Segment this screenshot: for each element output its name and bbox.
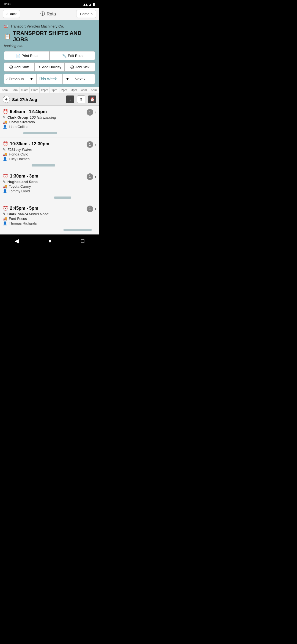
top-nav: ‹ Back ⓘ Rota Home ⌂ — [0, 8, 99, 20]
page-icon: 📋 — [4, 33, 11, 40]
day-header: + Sat 27th Aug ↓ ⇕ ⏰ — [0, 93, 99, 106]
shift-card[interactable]: ⏰2:45pm - 5pm✎Clark 96674 Morris Road🚚Fo… — [0, 202, 99, 234]
shift-badge: 1 — [87, 141, 93, 148]
next-label: Next — [75, 77, 82, 81]
timeline-hour: 9am — [10, 87, 20, 93]
shift-worker: 👤Thomas Richards — [3, 221, 87, 225]
shift-card[interactable]: ⏰9:45am - 12:45pm✎Clark Group 100 Isla L… — [0, 106, 99, 138]
shift-worker: 👤Liam Collins — [3, 125, 87, 129]
home-nav-button[interactable]: ● — [48, 238, 51, 244]
header-section: 🏭 Transport Vehicles Machinery Co. 📋 TRA… — [0, 20, 99, 87]
edit-rota-button[interactable]: 🔧 Edit Rota — [50, 51, 95, 60]
clock-icon: ⏰ — [3, 173, 8, 179]
add-shift-label: Add Shift — [14, 65, 29, 69]
next-week-button[interactable]: Next › — [72, 74, 95, 84]
person-icon: 👤 — [3, 189, 7, 193]
timeline-header: 8am9am10am11am12pm1pm2pm3pm4pm5pm — [0, 87, 99, 93]
this-week-dropdown-button[interactable]: ▼ — [63, 74, 72, 84]
home-label: Home — [80, 12, 89, 16]
shifts-container: ⏰9:45am - 12:45pm✎Clark Group 100 Isla L… — [0, 106, 99, 234]
clock-button[interactable]: ⏰ — [88, 95, 96, 103]
pencil-icon: ✎ — [3, 180, 6, 184]
clock-icon: ⏰ — [90, 97, 95, 102]
pencil-icon: ✎ — [3, 115, 6, 119]
shift-card[interactable]: ⏰10:30am - 12:30pm✎7931 Ivy Plains🚚Honda… — [0, 138, 99, 170]
add-actions-row: ⨁ Add Shift ✈ Add Holiday ⨁ Add Sick — [4, 62, 95, 72]
add-holiday-button[interactable]: ✈ Add Holiday — [34, 62, 65, 72]
timeline-hour: 4pm — [79, 87, 89, 93]
print-label: Print Rota — [22, 54, 38, 58]
truck-icon: 🚚 — [3, 184, 7, 189]
bottom-nav: ◀ ● □ — [0, 234, 99, 247]
shift-time-text: 9:45am - 12:45pm — [10, 109, 47, 114]
add-shift-button[interactable]: ⨁ Add Shift — [4, 62, 34, 72]
clock-icon: ⏰ — [3, 206, 8, 211]
timeline-hour: 3pm — [69, 87, 79, 93]
timeline-hour: 12pm — [40, 87, 50, 93]
back-nav-button[interactable]: ◀ — [15, 238, 19, 244]
shift-card[interactable]: ⏰1:30pm - 3pm✎Hughes and Sons 🚚Toyota Ca… — [0, 170, 99, 202]
shift-chevron-icon[interactable]: › — [95, 206, 96, 211]
add-day-shift-button[interactable]: + — [3, 96, 10, 103]
shift-chevron-icon[interactable]: › — [95, 174, 96, 179]
shift-client: ✎Clark Group 100 Isla Landing — [3, 115, 87, 119]
shift-left: ⏰2:45pm - 5pm✎Clark 96674 Morris Road🚚Fo… — [3, 206, 87, 226]
back-button[interactable]: ‹ Back — [3, 10, 20, 18]
shift-timeline-bar — [32, 164, 55, 167]
shift-card-inner: ⏰10:30am - 12:30pm✎7931 Ivy Plains🚚Honda… — [3, 141, 96, 162]
previous-week-button[interactable]: ‹ Previous — [4, 74, 27, 84]
info-icon: ⓘ — [40, 11, 45, 17]
shift-client: ✎Hughes and Sons — [3, 180, 87, 184]
timeline-hour: 10am — [20, 87, 30, 93]
shift-right: 1› — [87, 141, 96, 148]
timeline-hour: 2pm — [59, 87, 69, 93]
shift-chevron-icon[interactable]: › — [95, 110, 96, 115]
shift-timeline-bar — [23, 132, 57, 134]
shift-left: ⏰9:45am - 12:45pm✎Clark Group 100 Isla L… — [3, 109, 87, 129]
truck-icon: 🚚 — [3, 217, 7, 221]
shift-time-text: 10:30am - 12:30pm — [10, 141, 49, 146]
back-label: Back — [9, 12, 16, 16]
sort-down-button[interactable]: ↓ — [66, 95, 74, 103]
home-icon: ⌂ — [90, 12, 93, 16]
person-icon: 👤 — [3, 221, 7, 225]
shift-card-inner: ⏰9:45am - 12:45pm✎Clark Group 100 Isla L… — [3, 109, 96, 129]
rota-title: Rota — [46, 12, 56, 17]
prev-label: Previous — [9, 77, 24, 81]
this-week-label: This Week — [39, 77, 57, 81]
shift-client: ✎7931 Ivy Plains — [3, 148, 87, 152]
next-chevron-icon: › — [84, 77, 85, 81]
shift-vehicle: 🚚Ford Focus — [3, 217, 87, 221]
edit-label: Edit Rota — [68, 54, 82, 58]
shift-worker: 👤Lucy Holmes — [3, 157, 87, 161]
timeline-hour: 5pm — [89, 87, 99, 93]
page-subtitle: booking etc. — [4, 44, 95, 48]
timeline-hour: 8am — [0, 87, 10, 93]
shift-timeline-bar-container — [3, 132, 96, 134]
add-sick-label: Add Sick — [75, 65, 89, 69]
add-shift-icon: ⨁ — [9, 65, 13, 69]
this-week-dropdown-icon: ▼ — [65, 77, 69, 81]
nav-title: ⓘ Rota — [40, 11, 56, 17]
add-sick-button[interactable]: ⨁ Add Sick — [65, 62, 95, 72]
recents-nav-button[interactable]: □ — [81, 238, 84, 244]
prev-dropdown-button[interactable]: ▼ — [27, 74, 37, 84]
status-time: 0:33 — [4, 2, 10, 6]
shift-badge: 1 — [87, 173, 93, 180]
shift-timeline-bar-container — [3, 197, 96, 199]
pencil-icon: ✎ — [3, 212, 6, 216]
add-holiday-label: Add Holiday — [42, 65, 61, 69]
sort-alt-button[interactable]: ⇕ — [77, 95, 85, 103]
clock-icon: ⏰ — [3, 109, 8, 114]
signal-icon: ▴ — [89, 2, 91, 7]
print-rota-button[interactable]: 📄 Print Rota — [4, 51, 50, 60]
shift-right: 1› — [87, 109, 96, 116]
home-button[interactable]: Home ⌂ — [76, 10, 96, 18]
shift-time: ⏰9:45am - 12:45pm — [3, 109, 87, 114]
shift-time: ⏰2:45pm - 5pm — [3, 206, 87, 211]
this-week-button[interactable]: This Week — [37, 74, 63, 84]
shift-right: 1› — [87, 173, 96, 180]
company-name-text: Transport Vehicles Machinery Co. — [10, 24, 64, 28]
shift-badge: 1 — [87, 206, 93, 212]
shift-chevron-icon[interactable]: › — [95, 142, 96, 147]
